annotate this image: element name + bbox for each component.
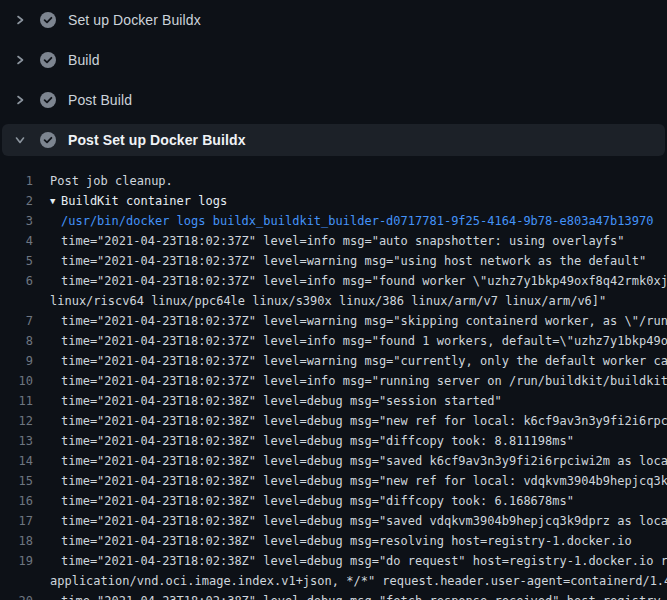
log-line: 4time="2021-04-23T18:02:37Z" level=info … xyxy=(0,231,667,251)
log-line: 15time="2021-04-23T18:02:38Z" level=debu… xyxy=(0,471,667,491)
log-line: 12time="2021-04-23T18:02:38Z" level=debu… xyxy=(0,411,667,431)
log-group-row[interactable]: ▼BuildKit container logs xyxy=(33,191,227,211)
line-number[interactable]: 16 xyxy=(0,491,33,511)
check-circle-icon xyxy=(40,12,56,28)
line-number[interactable]: 7 xyxy=(0,311,33,331)
log-viewer: 1Post job cleanup.2▼BuildKit container l… xyxy=(0,156,667,600)
group-collapse-icon[interactable]: ▼ xyxy=(50,191,61,211)
step-name: Build xyxy=(68,52,100,68)
step-section-header[interactable]: Post Set up Docker Buildx xyxy=(2,124,665,156)
step-name: Post Set up Docker Buildx xyxy=(68,132,246,148)
job-steps-list: Set up Docker BuildxBuildPost BuildPost … xyxy=(0,0,667,156)
log-text: time="2021-04-23T18:02:38Z" level=debug … xyxy=(33,531,632,551)
step-section-header[interactable]: Build xyxy=(0,40,667,80)
log-line: 14time="2021-04-23T18:02:38Z" level=debu… xyxy=(0,451,667,471)
log-line: 2▼BuildKit container logs xyxy=(0,191,667,211)
log-text: time="2021-04-23T18:02:38Z" level=debug … xyxy=(33,591,667,600)
log-text: linux/riscv64 linux/ppc64le linux/s390x … xyxy=(33,291,606,311)
line-number[interactable]: 17 xyxy=(0,511,33,531)
chevron-right-icon xyxy=(12,14,28,26)
chevron-right-icon xyxy=(12,94,28,106)
check-circle-icon xyxy=(40,92,56,108)
log-text: time="2021-04-23T18:02:38Z" level=debug … xyxy=(33,551,667,571)
line-number[interactable]: 15 xyxy=(0,471,33,491)
line-number[interactable]: 6 xyxy=(0,271,33,291)
log-text: time="2021-04-23T18:02:38Z" level=debug … xyxy=(33,471,667,491)
log-text: time="2021-04-23T18:02:37Z" level=warnin… xyxy=(33,351,667,371)
line-number[interactable]: 14 xyxy=(0,451,33,471)
log-line: 16time="2021-04-23T18:02:38Z" level=debu… xyxy=(0,491,667,511)
log-text: time="2021-04-23T18:02:38Z" level=debug … xyxy=(33,451,667,471)
step-name: Post Build xyxy=(68,92,132,108)
line-number[interactable]: 12 xyxy=(0,411,33,431)
step-name: Set up Docker Buildx xyxy=(68,12,201,28)
log-line: 10time="2021-04-23T18:02:37Z" level=info… xyxy=(0,371,667,391)
line-number[interactable]: 4 xyxy=(0,231,33,251)
log-line: 9time="2021-04-23T18:02:37Z" level=warni… xyxy=(0,351,667,371)
line-number[interactable]: 5 xyxy=(0,251,33,271)
line-number[interactable]: 10 xyxy=(0,371,33,391)
log-text: time="2021-04-23T18:02:37Z" level=info m… xyxy=(33,331,667,351)
line-number[interactable]: 8 xyxy=(0,331,33,351)
log-text: time="2021-04-23T18:02:37Z" level=info m… xyxy=(33,231,625,251)
line-number[interactable]: 19 xyxy=(0,551,33,571)
log-line: 1Post job cleanup. xyxy=(0,171,667,191)
line-number[interactable]: 11 xyxy=(0,391,33,411)
log-line: 13time="2021-04-23T18:02:38Z" level=debu… xyxy=(0,431,667,451)
log-group-title[interactable]: BuildKit container logs xyxy=(61,194,227,208)
log-text: time="2021-04-23T18:02:37Z" level=warnin… xyxy=(33,311,667,331)
log-line: application/vnd.oci.image.index.v1+json,… xyxy=(0,571,667,591)
chevron-right-icon xyxy=(12,54,28,66)
step-section-header[interactable]: Set up Docker Buildx xyxy=(0,0,667,40)
log-text: time="2021-04-23T18:02:37Z" level=warnin… xyxy=(33,251,646,271)
log-line: 19time="2021-04-23T18:02:38Z" level=debu… xyxy=(0,551,667,571)
line-number[interactable]: 13 xyxy=(0,431,33,451)
line-number[interactable]: 9 xyxy=(0,351,33,371)
log-text: time="2021-04-23T18:02:38Z" level=debug … xyxy=(33,491,574,511)
log-line: 3/usr/bin/docker logs buildx_buildkit_bu… xyxy=(0,211,667,231)
log-text: time="2021-04-23T18:02:38Z" level=debug … xyxy=(33,431,574,451)
check-circle-icon xyxy=(40,52,56,68)
log-line: 8time="2021-04-23T18:02:37Z" level=info … xyxy=(0,331,667,351)
log-command-text: /usr/bin/docker logs buildx_buildkit_bui… xyxy=(33,211,653,231)
log-line: 5time="2021-04-23T18:02:37Z" level=warni… xyxy=(0,251,667,271)
log-line: linux/riscv64 linux/ppc64le linux/s390x … xyxy=(0,291,667,311)
line-number[interactable]: 18 xyxy=(0,531,33,551)
log-text: time="2021-04-23T18:02:37Z" level=info m… xyxy=(33,271,667,291)
log-text: time="2021-04-23T18:02:38Z" level=debug … xyxy=(33,411,667,431)
log-text: time="2021-04-23T18:02:37Z" level=info m… xyxy=(33,371,667,391)
log-line: 17time="2021-04-23T18:02:38Z" level=debu… xyxy=(0,511,667,531)
chevron-down-icon xyxy=(12,134,28,146)
log-line: 20time="2021-04-23T18:02:38Z" level=debu… xyxy=(0,591,667,600)
log-text: Post job cleanup. xyxy=(33,171,173,191)
line-number[interactable]: 1 xyxy=(0,171,33,191)
log-text: application/vnd.oci.image.index.v1+json,… xyxy=(33,571,667,591)
check-circle-icon xyxy=(40,132,56,148)
log-line: 11time="2021-04-23T18:02:38Z" level=debu… xyxy=(0,391,667,411)
line-number[interactable]: 2 xyxy=(0,191,33,211)
line-number[interactable]: 20 xyxy=(0,591,33,600)
log-text: time="2021-04-23T18:02:38Z" level=debug … xyxy=(33,391,502,411)
step-section-header[interactable]: Post Build xyxy=(0,80,667,120)
log-line: 7time="2021-04-23T18:02:37Z" level=warni… xyxy=(0,311,667,331)
log-line: 6time="2021-04-23T18:02:37Z" level=info … xyxy=(0,271,667,291)
log-text: time="2021-04-23T18:02:38Z" level=debug … xyxy=(33,511,667,531)
log-line: 18time="2021-04-23T18:02:38Z" level=debu… xyxy=(0,531,667,551)
line-number[interactable]: 3 xyxy=(0,211,33,231)
